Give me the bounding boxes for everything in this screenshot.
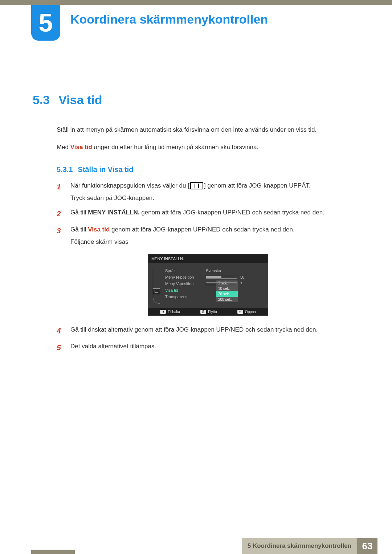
osd-footer-open: ⏎ Öppna <box>237 310 256 314</box>
step-2: 2 Gå till MENY INSTÄLLN. genom att föra … <box>57 208 359 220</box>
osd-slider-bar <box>206 276 237 279</box>
chapter-badge: 5 <box>31 5 60 41</box>
osd-row-visatid: Visa tid : <box>165 287 265 294</box>
step1-text-a: När funktionsknappsguiden visas väljer d… <box>70 182 189 189</box>
osd-screenshot: MENY INSTÄLLN. Språk : Svenska Meny H-po… <box>148 254 268 316</box>
step-body: Gå till önskat alternativ genom att föra… <box>70 325 359 337</box>
section-heading: 5.3 Visa tid <box>33 93 359 107</box>
step-body: Gå till MENY INSTÄLLN. genom att föra JO… <box>70 208 359 220</box>
osd-colon: : <box>201 275 204 279</box>
content-area: 5.3 Visa tid Ställ in att menyn på skärm… <box>0 31 392 354</box>
section-intro-1: Ställ in att menyn på skärmen automatisk… <box>57 125 359 135</box>
step2-bold: MENY INSTÄLLN. <box>88 209 139 216</box>
footer-accent-bar <box>31 550 75 554</box>
section-number: 5.3 <box>33 93 50 107</box>
step-number: 1 <box>57 181 64 203</box>
osd-row-transparency: Transparens : <box>165 294 265 300</box>
step-number: 4 <box>57 325 64 337</box>
back-key-icon: ◂ <box>160 310 166 314</box>
step3-term: Visa tid <box>88 226 110 233</box>
footer-chapter-label: 5 Koordinera skärmmenykontrollen <box>242 538 357 554</box>
step-number: 3 <box>57 225 64 247</box>
step1-line2: Tryck sedan på JOG-knappen. <box>70 193 359 203</box>
step-1: 1 När funktionsknappsguiden visas väljer… <box>57 181 359 203</box>
intro2-post: anger du efter hur lång tid menyn på skä… <box>92 144 258 151</box>
osd-footer-move: ⇵ Flytta <box>200 310 217 314</box>
subsection-title: Ställa in Visa tid <box>78 165 133 174</box>
intro2-pre: Med <box>57 144 70 151</box>
subsection-number: 5.3.1 <box>57 165 73 174</box>
osd-colon: : <box>201 288 204 292</box>
section-title: Visa tid <box>58 93 102 107</box>
osd-footer: ◂ Tillbaka ⇵ Flytta ⏎ Öppna <box>148 308 268 316</box>
osd-footer-open-label: Öppna <box>245 310 256 314</box>
step-list: 1 När funktionsknappsguiden visas väljer… <box>57 181 359 354</box>
footer-page-number: 63 <box>357 538 377 554</box>
osd-value: 2 <box>206 282 265 286</box>
step-number: 2 <box>57 208 64 220</box>
enter-key-icon: ⏎ <box>237 310 243 314</box>
step3-line2: Följande skärm visas <box>70 237 359 247</box>
footer-chapter-text: 5 Koordinera skärmmenykontrollen <box>248 542 351 550</box>
osd-title: MENY INSTÄLLN. <box>148 254 268 263</box>
osd-label: Meny H-position <box>165 275 199 279</box>
menu-icon <box>190 182 203 189</box>
osd-value: 50 <box>206 275 265 279</box>
step-body: När funktionsknappsguiden visas väljer d… <box>70 181 359 203</box>
osd-rows: Språk : Svenska Meny H-position : 50 Men… <box>162 267 265 302</box>
osd-option-highlighted: 20 sek. <box>216 291 238 297</box>
osd-row-language: Språk : Svenska <box>165 267 265 274</box>
osd-slider-value: 2 <box>240 282 242 286</box>
step2-post: genom att föra JOG-knappen UPP/NED och s… <box>140 209 324 216</box>
step2-pre: Gå till <box>70 209 88 216</box>
chapter-title: Koordinera skärmmenykontrollen <box>70 12 268 26</box>
step-body: Det valda alternativet tillämpas. <box>70 342 359 354</box>
osd-value: Svenska <box>206 268 265 273</box>
osd-slider-value: 50 <box>240 275 244 279</box>
osd-colon: : <box>201 295 204 299</box>
osd-option: 10 sek. <box>216 286 238 291</box>
osd-side <box>151 267 162 302</box>
osd-footer-move-label: Flytta <box>208 310 217 314</box>
osd-colon: : <box>201 268 204 273</box>
osd-option: 200 sek. <box>216 297 238 302</box>
osd-label-selected: Visa tid <box>165 288 199 292</box>
step3-post: genom att föra JOG-knappen UPP/NED och s… <box>110 226 294 233</box>
osd-footer-back-label: Tillbaka <box>168 310 180 314</box>
step-3: 3 Gå till Visa tid genom att föra JOG-kn… <box>57 225 359 247</box>
osd-curve <box>153 268 160 304</box>
subsection-heading: 5.3.1 Ställa in Visa tid <box>57 165 359 174</box>
osd-row-vpos: Meny V-position : 2 <box>165 280 265 287</box>
osd-body: Språk : Svenska Meny H-position : 50 Men… <box>148 263 268 308</box>
page-footer: 5 Koordinera skärmmenykontrollen 63 <box>0 534 392 554</box>
osd-label: Meny V-position <box>165 282 199 286</box>
osd-category-icon <box>153 288 160 294</box>
osd-row-hpos: Meny H-position : 50 <box>165 274 265 280</box>
step3-pre: Gå till <box>70 226 88 233</box>
step-5: 5 Det valda alternativet tillämpas. <box>57 342 359 354</box>
osd-label: Språk <box>165 268 199 273</box>
osd-slider-bar <box>206 282 237 285</box>
osd-footer-back: ◂ Tillbaka <box>160 310 180 314</box>
step-4: 4 Gå till önskat alternativ genom att fö… <box>57 325 359 337</box>
step1-text-b: ] genom att föra JOG-knappen UPPÅT. <box>204 182 311 189</box>
step-number: 5 <box>57 342 64 354</box>
intro2-term: Visa tid <box>70 144 92 151</box>
section-intro-2: Med Visa tid anger du efter hur lång tid… <box>57 143 359 152</box>
move-key-icon: ⇵ <box>200 310 206 314</box>
step-body: Gå till Visa tid genom att föra JOG-knap… <box>70 225 359 247</box>
osd-label: Transparens <box>165 295 199 299</box>
osd-colon: : <box>201 282 204 286</box>
chapter-number: 5 <box>39 8 53 37</box>
